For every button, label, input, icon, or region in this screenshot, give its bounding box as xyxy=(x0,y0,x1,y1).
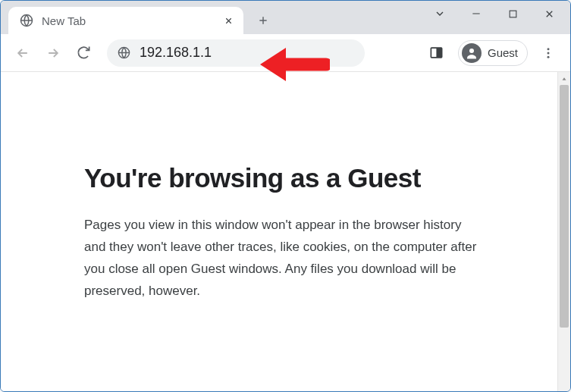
person-icon xyxy=(462,43,482,63)
svg-point-7 xyxy=(547,52,550,54)
vertical-scrollbar[interactable] xyxy=(557,72,570,391)
svg-point-8 xyxy=(547,55,550,58)
new-tab-button[interactable] xyxy=(253,10,274,31)
back-button[interactable] xyxy=(10,40,36,66)
minimize-button[interactable] xyxy=(458,2,494,25)
browser-tab[interactable]: New Tab xyxy=(8,7,243,34)
main-menu-button[interactable] xyxy=(535,40,561,66)
svg-rect-4 xyxy=(438,48,442,58)
globe-icon xyxy=(118,46,130,59)
close-window-button[interactable] xyxy=(531,2,567,25)
profile-label: Guest xyxy=(488,46,518,59)
scrollbar-thumb[interactable] xyxy=(560,85,569,328)
address-bar[interactable] xyxy=(107,39,365,67)
svg-point-5 xyxy=(469,49,474,53)
page-heading: You're browsing as a Guest xyxy=(84,163,512,193)
window-controls xyxy=(422,2,567,25)
url-input[interactable] xyxy=(140,45,354,61)
toolbar: Guest xyxy=(1,34,570,72)
reload-button[interactable] xyxy=(71,40,96,66)
tab-title: New Tab xyxy=(42,14,221,27)
page-body-text: Pages you view in this window won't appe… xyxy=(84,215,486,303)
svg-point-6 xyxy=(547,48,550,50)
page-content: You're browsing as a Guest Pages you vie… xyxy=(1,72,557,391)
scroll-up-icon[interactable] xyxy=(558,72,570,85)
side-panel-button[interactable] xyxy=(425,41,449,65)
profile-button[interactable]: Guest xyxy=(458,40,528,66)
svg-rect-1 xyxy=(510,11,516,17)
maximize-button[interactable] xyxy=(494,2,531,25)
tab-strip: New Tab xyxy=(1,1,570,34)
forward-button[interactable] xyxy=(40,40,66,66)
tab-search-button[interactable] xyxy=(422,2,458,25)
globe-icon xyxy=(19,13,34,28)
tab-close-button[interactable] xyxy=(221,13,236,28)
